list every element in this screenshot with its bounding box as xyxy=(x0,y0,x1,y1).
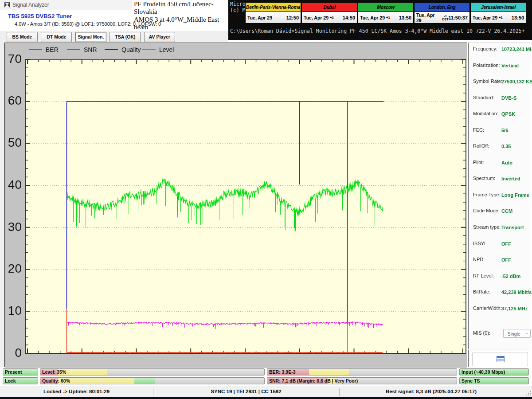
clock-date: Tue, Apr 29 xyxy=(360,15,385,20)
clock-time: 13:50 xyxy=(399,15,411,20)
tab-bs-mode[interactable]: BS Mode xyxy=(7,32,38,42)
clock-date: Tue, Apr 29 xyxy=(473,15,497,20)
clock-offset: +1 xyxy=(386,16,390,19)
terminal-prompt: C:\Users\Roman Dávid>Signal Monitoring_P… xyxy=(230,28,525,34)
app-title: Signal Analyzer xyxy=(12,2,49,8)
bar-label: Present xyxy=(5,369,22,375)
param-row: RollOff:0.35 xyxy=(469,140,530,156)
signal-parameters-panel: Frequency:10723,241 MHz Polarization:Ver… xyxy=(468,43,530,349)
clock-time: 14:50 xyxy=(343,15,355,20)
sidebar-footer xyxy=(468,350,530,367)
statusbar-uptime: Locked -> Uptime: 80:01:29 xyxy=(0,389,153,394)
tuner-name: TBS 5925 DVBS2 Tuner xyxy=(8,13,72,20)
quality-bar: Quality: 60% xyxy=(40,377,265,384)
window-icon xyxy=(497,356,505,362)
clock-date: Tue, Apr 29 xyxy=(416,12,441,23)
param-row: Stream type:Transport xyxy=(469,221,530,238)
statusbar-sync-counters: SYNC 19 | TEI 2931 | CC 1592 xyxy=(153,389,339,394)
clock-datetime: Tue, Apr 29 -1DST 11:50:37 xyxy=(415,12,469,23)
param-row: Pilot:Auto xyxy=(469,156,530,173)
clock-city-label: Jerusalem-Israel xyxy=(471,3,526,12)
terminal-text: (c) M xyxy=(230,7,246,13)
clock-london: London, Eng Tue, Apr 29 -1DST 11:50:37 xyxy=(414,2,470,23)
clock-offset: -1 xyxy=(444,15,447,18)
mode-tabstrip: BS Mode DT Mode Signal Mon. TSA (OK) AV … xyxy=(0,31,228,43)
tab-dt-mode[interactable]: DT Mode xyxy=(41,32,72,42)
signal-monitor-chart xyxy=(5,43,467,367)
param-row: Code Mode:CCM xyxy=(469,205,530,221)
app-titlebar: Signal Analyzer xyxy=(0,0,132,10)
lock-indicator: Lock xyxy=(3,377,38,384)
clock-datetime: Tue, Apr 29 +1 13:50 xyxy=(358,12,413,23)
statusbar: Locked -> Uptime: 80:01:29 SYNC 19 | TEI… xyxy=(0,387,532,398)
tab-tsa[interactable]: TSA (OK) xyxy=(110,32,141,42)
clock-time: 11:50:37 xyxy=(449,15,468,20)
param-row: Standard:DVB-S xyxy=(469,92,530,108)
param-row: NPD:OFF xyxy=(469,254,530,270)
window-bottom-edge xyxy=(0,397,532,399)
clock-dubai: Dubai Tue, Apr 29 +2 14:50 xyxy=(301,2,357,23)
app-icon xyxy=(4,2,10,8)
statusbar-best-signal: Best signal: 8,3 dB (2025-04-27 05:17) xyxy=(339,389,523,394)
clock-time: 12:50 xyxy=(286,15,299,20)
ber-bar: BER: 3,9E-3 xyxy=(267,368,457,376)
bar-label: SNR: 7,1 dB (Margin: 0,6 dB | Very Poor) xyxy=(269,378,358,384)
clock-time: 13:50 xyxy=(512,15,524,20)
mis-dropdown[interactable]: Single⌄ xyxy=(503,329,531,338)
sync-ts-indicator: Sync TS xyxy=(459,377,529,384)
param-row: Spectrum:Inverted xyxy=(469,172,530,189)
snr-bar: SNR: 7,1 dB (Margin: 0,6 dB | Very Poor) xyxy=(267,377,457,384)
input-rate-indicator: Input (~40,39 Mbps) xyxy=(459,368,529,376)
clock-date: Tue, Apr 29 xyxy=(247,15,272,20)
param-row-mis: MIS (0): Single⌄ xyxy=(469,327,530,344)
world-clock-widget: Berlin-Paris-Vienna-Roma Tue, Apr 29 12:… xyxy=(245,2,526,23)
capture-button[interactable] xyxy=(472,352,528,366)
tab-signal-mon[interactable]: Signal Mon. xyxy=(75,32,106,42)
clock-datetime: Tue, Apr 29 +1 13:50 xyxy=(471,12,526,23)
app-window: Signal Analyzer TBS 5925 DVBS2 Tuner 4.0… xyxy=(0,0,532,399)
tab-av-player[interactable]: AV Player xyxy=(144,32,175,42)
bar-label: Lock xyxy=(5,378,16,384)
chart-panel-edge xyxy=(4,43,5,367)
bar-label: Sync TS xyxy=(462,378,480,384)
station-info-line: AMOS 3 at 4,0°W_Middle East beam xyxy=(134,16,228,31)
bar-label: BER: 3,9E-3 xyxy=(269,369,296,375)
station-info-line: PF Prodelin 450 cm/Lučenec-Slovakia xyxy=(134,0,228,16)
clock-offset: +2 xyxy=(330,16,334,19)
mis-selected-value: Single xyxy=(507,331,520,336)
param-row: RF Level:-52 dBm xyxy=(469,270,530,286)
clock-city-label: Moscow xyxy=(358,3,413,12)
present-indicator: Present xyxy=(3,368,38,376)
param-row: ISSYIOFF xyxy=(469,238,530,254)
terminal-text: Micro xyxy=(230,1,246,7)
param-row: Polarization:Vertical xyxy=(469,59,530,76)
clock-datetime: Tue, Apr 29 12:50 xyxy=(246,12,301,23)
param-row: CarrierWidth:37,125 MHz xyxy=(469,302,530,319)
clock-date: Tue, Apr 29 xyxy=(304,15,329,20)
param-row: Symbol Rate:27500,132 KS/s xyxy=(469,75,530,92)
resize-grip[interactable] xyxy=(525,390,531,395)
param-row: BitRate:42,239 Mbit/s xyxy=(469,286,530,302)
clock-berlin: Berlin-Paris-Vienna-Roma Tue, Apr 29 12:… xyxy=(245,2,301,23)
param-row: Frame Type:Long Frame xyxy=(469,189,530,205)
level-bar: Level: 35% xyxy=(40,368,265,376)
bar-label: Quality: 60% xyxy=(42,378,70,384)
param-row: Modulation:QPSK xyxy=(469,108,530,124)
clock-city-label: Dubai xyxy=(302,3,357,12)
bar-zone xyxy=(134,378,154,384)
clock-datetime: Tue, Apr 29 +2 14:50 xyxy=(302,12,357,23)
param-row: Frequency:10723,241 MHz xyxy=(469,43,530,59)
clock-city-label: Berlin-Paris-Vienna-Roma xyxy=(246,3,301,12)
clock-offset: +1 xyxy=(499,16,503,19)
clock-jerusalem: Jerusalem-Israel Tue, Apr 29 +1 13:50 xyxy=(470,2,526,23)
bar-label: Level: 35% xyxy=(42,369,66,375)
chevron-down-icon: ⌄ xyxy=(525,329,528,337)
clock-dst: DST xyxy=(442,18,449,21)
left-margin xyxy=(0,43,4,367)
bar-zone xyxy=(309,369,349,375)
param-row: FEC:5/6 xyxy=(469,124,530,141)
clock-city-label: London, Eng xyxy=(415,3,469,12)
bar-label: Input (~40,39 Mbps) xyxy=(462,369,505,375)
clock-moscow: Moscow Tue, Apr 29 +1 13:50 xyxy=(357,2,414,23)
